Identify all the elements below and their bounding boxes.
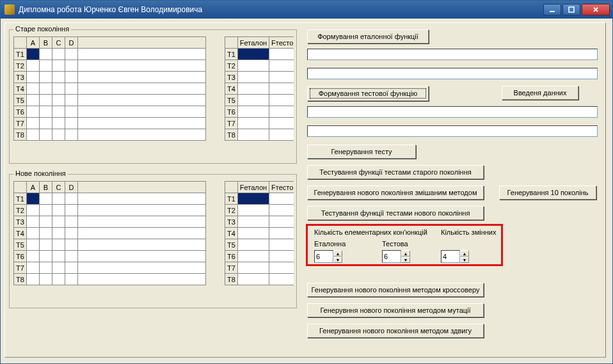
- form-test-function-button[interactable]: Формування тестової функцію: [307, 86, 429, 101]
- svg-rect-1: [569, 7, 574, 12]
- spin-up-icon[interactable]: ▲: [333, 250, 342, 257]
- test-old-generation-button[interactable]: Тестування функції тестами старого покол…: [307, 165, 484, 179]
- svg-rect-0: [550, 11, 555, 12]
- grid-old-f-wrap: Fеталон Fтестов T1 T2 T3 T4 T5 T6 T7 T8: [225, 36, 294, 158]
- grid-new-abcd-wrap: А B C D T1 T2 T3 T4 T5 T6 T7 T8: [13, 181, 212, 303]
- test-label: Тестова: [382, 240, 408, 248]
- client-area: Старе покоління А B C D T1 T2 T3: [1, 19, 612, 363]
- generate-new-shift-button[interactable]: Генерування нового покоління методом здв…: [307, 324, 484, 338]
- generate-10-generations-button[interactable]: Генерування 10 поколінь: [499, 186, 596, 200]
- form-reference-function-button[interactable]: Формування еталонної функції: [307, 29, 429, 44]
- reference-count-spinner[interactable]: ▲▼: [314, 250, 342, 263]
- main-panel: Старе покоління А B C D T1 T2 T3: [4, 22, 606, 358]
- close-icon: [593, 6, 599, 13]
- generate-new-mixed-button[interactable]: Генерування нового покоління змішаним ме…: [307, 186, 484, 200]
- titlebar: Дипломна робота Юрченко Євген Володимиро…: [1, 1, 612, 19]
- grid-old-abcd[interactable]: А B C D T1 T2 T3 T4 T5 T6 T7 T8: [13, 36, 206, 141]
- test-new-generation-button[interactable]: Тестування функції тестами нового поколі…: [307, 206, 484, 220]
- elem-conj-label: Кількість елементарних кон'юнкцій: [314, 228, 427, 236]
- test-count-spinner[interactable]: ▲▼: [382, 250, 410, 263]
- group-old-label: Старе покоління: [13, 25, 71, 33]
- test-function-field[interactable]: [307, 106, 598, 118]
- highlighted-params-box: Кількість елементарних кон'юнкцій Кількі…: [306, 224, 503, 266]
- variables-count-input[interactable]: [441, 250, 460, 263]
- generate-test-button[interactable]: Генерування тесту: [307, 145, 416, 159]
- maximize-icon: [568, 6, 575, 13]
- spin-down-icon[interactable]: ▼: [460, 257, 469, 263]
- spin-down-icon[interactable]: ▼: [333, 257, 342, 263]
- spin-up-icon[interactable]: ▲: [460, 250, 469, 257]
- reference-label: Еталонна: [314, 240, 346, 248]
- reference-count-input[interactable]: [314, 250, 333, 263]
- grid-old-f[interactable]: Fеталон Fтестов T1 T2 T3 T4 T5 T6 T7 T8: [225, 36, 294, 141]
- maximize-button[interactable]: [562, 4, 580, 15]
- spin-down-icon[interactable]: ▼: [401, 257, 410, 263]
- grid-new-abcd[interactable]: А B C D T1 T2 T3 T4 T5 T6 T7 T8: [13, 181, 206, 285]
- reference-function-field[interactable]: [307, 49, 598, 60]
- window-title: Дипломна робота Юрченко Євген Володимиро…: [19, 5, 543, 14]
- app-icon: [4, 4, 15, 15]
- app-window: Дипломна робота Юрченко Євген Володимиро…: [0, 0, 613, 364]
- grid-new-f-wrap: Fеталон Fтестов T1 T2 T3 T4 T5 T6 T7 T8: [225, 181, 294, 303]
- minimize-icon: [549, 6, 555, 13]
- variables-label: Кількість змінних: [441, 228, 496, 236]
- window-buttons: [543, 4, 610, 15]
- grid-new-f[interactable]: Fеталон Fтестов T1 T2 T3 T4 T5 T6 T7 T8: [225, 181, 294, 285]
- input-data-button[interactable]: Введеня данних: [502, 86, 578, 100]
- generate-new-crossover-button[interactable]: Генерування нового покоління методом кро…: [307, 283, 484, 297]
- variables-count-spinner[interactable]: ▲▼: [441, 250, 469, 263]
- group-new-label: Нове покоління: [13, 170, 68, 177]
- group-new-generation: Нове покоління А B C D T1 T2 T3 T4: [9, 174, 297, 308]
- grid-old-abcd-wrap: А B C D T1 T2 T3 T4 T5 T6 T7 T8: [13, 36, 212, 158]
- spin-up-icon[interactable]: ▲: [401, 250, 410, 257]
- reference-function-field-2[interactable]: [307, 68, 598, 79]
- test-count-input[interactable]: [382, 250, 401, 263]
- minimize-button[interactable]: [543, 4, 561, 15]
- close-button[interactable]: [582, 4, 610, 15]
- group-old-generation: Старе покоління А B C D T1 T2 T3: [9, 29, 297, 164]
- generate-new-mutation-button[interactable]: Генерувння нового покоління методом мута…: [307, 303, 484, 317]
- test-function-field-2[interactable]: [307, 125, 598, 137]
